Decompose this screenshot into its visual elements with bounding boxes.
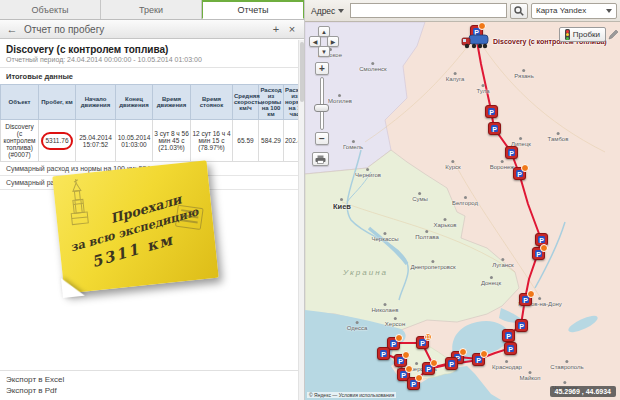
map-attribution: © Яндекс — Условия использования bbox=[307, 392, 396, 398]
cell-start: 25.04.2014 15:07:52 bbox=[76, 120, 116, 162]
tab-bar: Объекты Треки Отчеты bbox=[0, 0, 304, 20]
address-search-input[interactable] bbox=[350, 3, 507, 18]
cell-object: Discovery (с контролем топлива) (#0007) bbox=[1, 120, 39, 162]
sticky-note: Проехали за всю экспедицию 5311 км bbox=[52, 160, 218, 294]
parking-marker[interactable]: P bbox=[504, 342, 517, 355]
parking-marker[interactable]: P bbox=[407, 377, 420, 390]
cell-end: 10.05.2014 01:03:00 bbox=[116, 120, 153, 162]
report-period: Отчетный период: 24.04.2014 00:00:00 - 1… bbox=[0, 56, 304, 67]
report-toolbar: ← Отчет по пробегу + × bbox=[0, 20, 304, 39]
printer-icon bbox=[315, 155, 326, 164]
chevron-down-icon bbox=[338, 9, 344, 13]
cell-mileage: 5311.76 bbox=[39, 120, 76, 162]
col-header: Расход из нормы на 100 км bbox=[259, 85, 284, 120]
edit-map-button[interactable] bbox=[607, 27, 620, 42]
report-table: Объект Пробег, км Начало движения Конец … bbox=[0, 84, 305, 162]
parking-marker[interactable]: P bbox=[532, 247, 545, 260]
parking-marker[interactable]: P bbox=[519, 293, 532, 306]
parking-marker[interactable]: P bbox=[513, 167, 526, 180]
parking-marker[interactable]: P11 bbox=[416, 336, 429, 349]
zoom-in-button[interactable]: + bbox=[315, 62, 329, 75]
tab-tracks[interactable]: Треки bbox=[101, 0, 202, 19]
table-header-row: Объект Пробег, км Начало движения Конец … bbox=[1, 85, 306, 120]
map-panel: Адрес Карта Yandex bbox=[305, 0, 620, 400]
parking-marker[interactable]: P bbox=[472, 353, 485, 366]
report-panel: Объекты Треки Отчеты ← Отчет по пробегу … bbox=[0, 0, 305, 400]
truck-marker-icon[interactable] bbox=[460, 32, 492, 50]
pan-down-button[interactable]: ▼ bbox=[318, 46, 330, 57]
zoom-out-button[interactable]: − bbox=[315, 132, 329, 145]
export-excel-link[interactable]: Экспорт в Excel bbox=[6, 374, 298, 385]
traffic-light-icon bbox=[565, 29, 570, 40]
map-graphics bbox=[305, 22, 620, 400]
parking-marker[interactable]: P bbox=[445, 357, 458, 370]
mileage-value: 5311.76 bbox=[45, 137, 68, 144]
map-layer-value: Карта Yandex bbox=[536, 6, 586, 15]
col-header: Начало движения bbox=[76, 85, 116, 120]
map-layer-select[interactable]: Карта Yandex bbox=[531, 3, 617, 19]
col-header: Время стоянок bbox=[191, 85, 233, 120]
table-row: Discovery (с контролем топлива) (#0007) … bbox=[1, 120, 306, 162]
report-unit-title: Discovery (с контролем топлива) bbox=[0, 39, 304, 56]
export-pdf-link[interactable]: Экспорт в Pdf bbox=[6, 385, 298, 396]
search-icon bbox=[514, 6, 524, 16]
search-button[interactable] bbox=[510, 3, 528, 19]
print-map-button[interactable] bbox=[312, 152, 329, 166]
parking-marker[interactable]: P bbox=[505, 146, 518, 159]
add-report-icon[interactable]: + bbox=[268, 22, 284, 37]
tab-reports[interactable]: Отчеты bbox=[202, 0, 304, 19]
parking-marker[interactable]: P bbox=[394, 354, 407, 367]
map-canvas[interactable]: Украина Discovery (с контролем топлива) … bbox=[305, 22, 620, 400]
parking-marker[interactable]: P bbox=[488, 122, 501, 135]
report-toolbar-title: Отчет по пробегу bbox=[20, 24, 268, 35]
country-label-ukraine: Украина bbox=[343, 268, 388, 277]
scrollbar-thumb[interactable] bbox=[300, 42, 304, 102]
stamp-sketch-icon bbox=[175, 205, 204, 230]
parking-marker[interactable]: P bbox=[515, 319, 528, 332]
app-window: Объекты Треки Отчеты ← Отчет по пробегу … bbox=[0, 0, 620, 400]
chevron-down-icon bbox=[606, 9, 612, 13]
col-header: Время движения bbox=[153, 85, 191, 120]
parking-marker[interactable]: P bbox=[422, 362, 435, 375]
parking-marker[interactable]: P bbox=[502, 329, 515, 342]
cell-avg-speed: 65.59 bbox=[233, 120, 259, 162]
coordinates-badge: 45.2969 , 44.6934 bbox=[550, 386, 616, 397]
traffic-button-label: Пробки bbox=[573, 30, 600, 39]
parking-marker[interactable]: P bbox=[485, 105, 498, 118]
panel-scrollbar[interactable] bbox=[298, 40, 304, 400]
col-header: Конец движения bbox=[116, 85, 153, 120]
col-header: Объект bbox=[1, 85, 39, 120]
back-icon[interactable]: ← bbox=[4, 22, 20, 37]
tab-objects[interactable]: Объекты bbox=[0, 0, 101, 19]
parking-marker[interactable]: P bbox=[377, 347, 390, 360]
cell-park-time: 12 сут 16 ч 4 мин 15 с (78.97%) bbox=[191, 120, 233, 162]
col-header: Средняя скорость, км/ч bbox=[233, 85, 259, 120]
pencil-icon bbox=[608, 29, 619, 40]
zoom-slider-handle[interactable] bbox=[314, 104, 329, 112]
map-topbar: Адрес Карта Yandex bbox=[305, 0, 620, 22]
address-label: Адрес bbox=[311, 6, 335, 16]
report-section-title: Итоговые данные bbox=[0, 67, 304, 84]
traffic-button[interactable]: Пробки bbox=[559, 27, 606, 42]
export-section: Экспорт в Excel Экспорт в Pdf bbox=[0, 370, 304, 398]
close-report-icon[interactable]: × bbox=[284, 22, 300, 37]
col-header: Пробег, км bbox=[39, 85, 76, 120]
address-mode-dropdown[interactable]: Адрес bbox=[308, 4, 347, 18]
cell-fuel-100km: 584.29 bbox=[259, 120, 284, 162]
